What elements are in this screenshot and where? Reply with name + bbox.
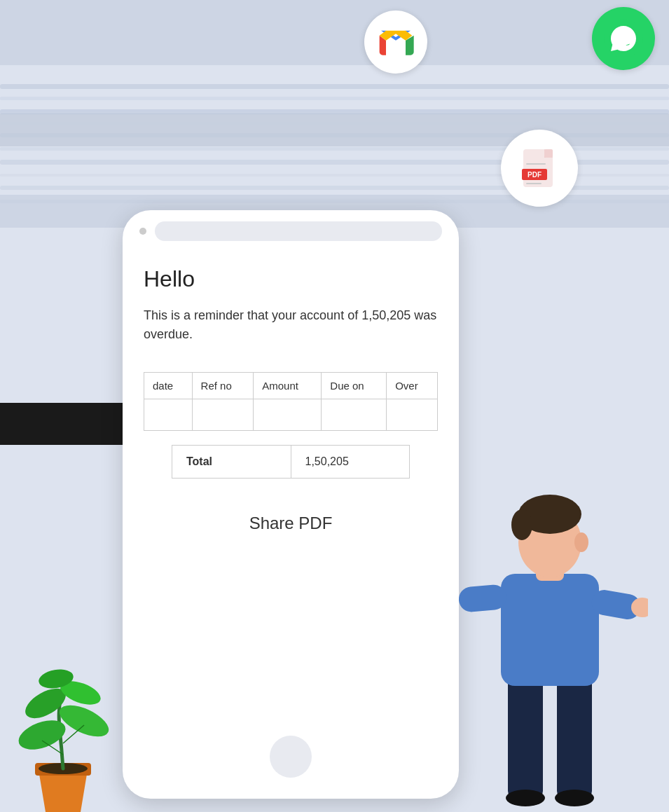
phone-dot	[139, 228, 146, 235]
cell-dueon	[322, 399, 387, 431]
svg-rect-2	[0, 109, 669, 114]
svg-text:PDF: PDF	[527, 171, 542, 179]
svg-point-29	[574, 532, 588, 552]
gmail-svg	[376, 22, 415, 62]
col-dueon: Due on	[322, 373, 387, 399]
svg-rect-16	[526, 163, 546, 165]
pdf-icon-circle[interactable]: PDF	[501, 130, 578, 207]
col-over: Over	[387, 373, 438, 399]
pdf-svg: PDF	[515, 144, 564, 193]
svg-point-34	[55, 699, 113, 743]
cell-date	[144, 399, 193, 431]
cell-amount	[254, 399, 322, 431]
phone-mockup: Hello This is a reminder that your accou…	[123, 210, 459, 799]
cell-refno	[192, 399, 254, 431]
cell-over	[387, 399, 438, 431]
svg-rect-4	[0, 133, 669, 137]
svg-rect-17	[526, 183, 542, 184]
col-amount: Amount	[254, 373, 322, 399]
person-illustration	[452, 448, 648, 812]
svg-rect-3	[0, 122, 669, 125]
svg-rect-18	[508, 672, 543, 798]
svg-rect-1	[0, 97, 669, 100]
col-refno: Ref no	[192, 373, 254, 399]
greeting-text: Hello	[144, 266, 438, 292]
svg-point-20	[506, 790, 545, 806]
plant-illustration	[0, 637, 126, 812]
svg-rect-22	[501, 574, 599, 686]
svg-rect-24	[457, 584, 507, 613]
gmail-icon-circle[interactable]	[364, 11, 427, 74]
whatsapp-svg	[604, 19, 643, 58]
invoice-table: date Ref no Amount Due on Over	[144, 372, 438, 431]
total-row: Total 1,50,205	[172, 445, 410, 479]
table-row	[144, 399, 438, 431]
phone-content: Hello This is a reminder that your accou…	[123, 252, 459, 799]
svg-point-28	[511, 509, 532, 540]
home-button[interactable]	[270, 736, 312, 778]
svg-rect-13	[544, 149, 553, 158]
share-pdf-button[interactable]: Share PDF	[144, 514, 438, 533]
total-value: 1,50,205	[291, 445, 411, 479]
phone-address-bar	[155, 221, 442, 241]
svg-rect-19	[557, 672, 592, 798]
svg-point-21	[555, 790, 594, 806]
phone-top-bar	[123, 210, 459, 252]
col-date: date	[144, 373, 193, 399]
svg-rect-9	[0, 200, 669, 203]
total-label: Total	[172, 445, 291, 479]
whatsapp-icon-circle[interactable]	[592, 7, 655, 70]
reminder-text: This is a reminder that your account of …	[144, 306, 438, 344]
svg-rect-0	[0, 84, 669, 89]
